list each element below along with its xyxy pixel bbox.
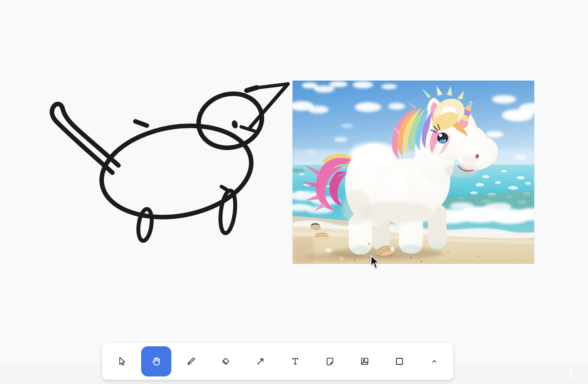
unicorn-photo[interactable] xyxy=(292,81,534,264)
doodle-eye xyxy=(231,120,238,129)
toolbar xyxy=(102,343,453,380)
unicorn-doodle-sketch[interactable] xyxy=(45,75,293,257)
doodle-back-tick xyxy=(135,121,147,126)
image-icon xyxy=(359,356,370,367)
note-tool-button[interactable] xyxy=(315,346,345,376)
note-icon xyxy=(325,356,335,367)
draw-tool-button[interactable] xyxy=(176,346,206,376)
rectangle-icon xyxy=(394,356,405,367)
rectangle-tool-button[interactable] xyxy=(384,346,415,376)
doodle-leg-tick xyxy=(221,187,228,190)
eraser-tool-button[interactable] xyxy=(211,346,241,376)
whiteboard-canvas[interactable] xyxy=(0,0,588,384)
hand-icon xyxy=(150,356,162,367)
pencil-icon xyxy=(186,356,196,367)
text-tool-button[interactable] xyxy=(280,346,310,376)
hand-tool-button[interactable] xyxy=(141,346,171,376)
image-tool-button[interactable] xyxy=(350,346,380,376)
more-tools-button[interactable] xyxy=(419,346,449,376)
arrow-icon xyxy=(255,356,266,367)
text-icon xyxy=(290,356,301,367)
arrow-tool-button[interactable] xyxy=(245,346,276,376)
select-tool-button[interactable] xyxy=(106,346,137,376)
progress-handle xyxy=(569,369,572,378)
chevron-up-icon xyxy=(430,357,439,366)
eraser-icon xyxy=(220,356,231,367)
cursor-icon xyxy=(116,356,127,367)
